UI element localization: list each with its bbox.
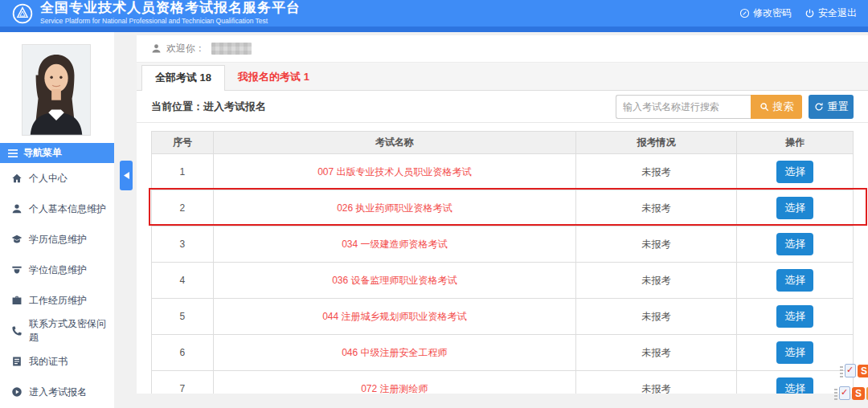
floating-toolbar-2: S [834, 386, 868, 400]
refresh-icon [814, 102, 824, 112]
column-header-status: 报考情况 [576, 132, 738, 153]
exam-status: 未报考 [576, 154, 738, 190]
row-number: 7 [152, 371, 214, 394]
search-button[interactable]: 搜索 [751, 95, 802, 119]
select-button[interactable]: 选择 [776, 197, 813, 219]
tab-my-registered-exams[interactable]: 我报名的考试 1 [225, 65, 322, 90]
note-check-icon[interactable] [839, 386, 850, 400]
sidebar-item-my-certificates[interactable]: 我的证书 [0, 346, 114, 377]
table-row: 3 034 一级建造师资格考试 未报考 选择 [152, 226, 853, 263]
exam-status: 未报考 [576, 371, 738, 394]
sidebar-item-contact-security[interactable]: 联系方式及密保问题 [0, 316, 114, 346]
column-header-exam-name: 考试名称 [214, 132, 576, 153]
user-id-photo [22, 44, 91, 136]
change-password-label: 修改密码 [753, 6, 792, 20]
change-password-link[interactable]: 修改密码 [739, 6, 792, 20]
sidebar-item-education-info[interactable]: 学历信息维护 [0, 224, 114, 255]
sidebar-item-degree-info[interactable]: 学位信息维护 [0, 255, 114, 285]
user-icon [11, 203, 23, 214]
graduation-cap-icon [11, 234, 23, 245]
sidebar-item-enter-exam-registration[interactable]: 进入考试报名 [0, 377, 114, 407]
sidebar-item-label: 个人基本信息维护 [29, 202, 106, 216]
column-header-operation: 操作 [737, 132, 853, 153]
tab-bar: 全部考试 18 我报名的考试 1 [137, 63, 868, 91]
reset-button-label: 重置 [828, 100, 849, 114]
user-small-icon [151, 43, 162, 54]
logout-link[interactable]: 安全退出 [805, 6, 857, 20]
sidebar-item-label: 个人中心 [29, 172, 68, 186]
nav-menu-header[interactable]: 导航菜单 [0, 143, 114, 163]
platform-logo-icon [11, 2, 34, 25]
phone-icon [11, 325, 23, 337]
exam-name-link[interactable]: 044 注册城乡规划师职业资格考试 [322, 310, 466, 324]
row-number: 4 [152, 263, 214, 298]
page-subtitle: Service Platform for National Profession… [40, 18, 301, 25]
exam-name-link[interactable]: 007 出版专业技术人员职业资格考试 [317, 165, 471, 179]
exam-table: 序号 考试名称 报考情况 操作 1 007 出版专业技术人员职业资格考试 未报考… [151, 131, 854, 394]
row-number: 6 [152, 335, 214, 370]
exam-name-link[interactable]: 072 注册测绘师 [361, 382, 428, 394]
logout-label: 安全退出 [818, 6, 857, 20]
certificate-icon [11, 356, 23, 367]
exam-status: 未报考 [576, 190, 738, 226]
sidebar-collapse-button[interactable] [120, 161, 133, 190]
exam-table-wrap: 序号 考试名称 报考情况 操作 1 007 出版专业技术人员职业资格考试 未报考… [137, 123, 868, 394]
sogou-s-icon[interactable]: S [852, 387, 865, 400]
reset-button[interactable]: 重置 [809, 95, 854, 119]
sidebar-menu: 个人中心 个人基本信息维护 学历信息维护 学位信息维护 工作经历维护 联系方式及… [0, 163, 114, 407]
sidebar-item-personal-center[interactable]: 个人中心 [0, 163, 114, 194]
exam-name-link[interactable]: 026 执业药师职业资格考试 [337, 202, 452, 215]
sogou-s-icon[interactable]: S [858, 365, 868, 377]
search-button-label: 搜索 [773, 100, 794, 114]
floating-toolbar-1: S [840, 364, 868, 377]
select-button[interactable]: 选择 [776, 269, 813, 292]
exam-name-link[interactable]: 046 中级注册安全工程师 [342, 346, 447, 360]
select-button[interactable]: 选择 [776, 161, 813, 183]
select-button[interactable]: 选择 [776, 233, 813, 255]
drag-handle-icon[interactable] [834, 387, 837, 400]
select-button[interactable]: 选择 [776, 341, 813, 364]
portrait-image [23, 45, 90, 135]
sidebar-item-label: 工作经历维护 [29, 294, 87, 308]
sidebar-item-label: 进入考试报名 [29, 386, 87, 399]
search-input[interactable] [616, 95, 751, 119]
exam-status: 未报考 [576, 226, 738, 262]
exam-name-link[interactable]: 034 一级建造师资格考试 [342, 238, 447, 251]
note-check-icon[interactable] [845, 364, 856, 377]
sidebar-item-label: 学历信息维护 [29, 233, 87, 247]
chevron-left-icon [124, 172, 129, 179]
sidebar-item-label: 学位信息维护 [29, 263, 87, 277]
select-button[interactable]: 选择 [776, 305, 813, 328]
select-button[interactable]: 选择 [776, 377, 813, 394]
sidebar-item-basic-info[interactable]: 个人基本信息维护 [0, 194, 114, 224]
home-icon [11, 173, 23, 184]
app-header: 全国专业技术人员资格考试报名服务平台 Service Platform for … [0, 0, 868, 27]
user-name-redacted [211, 43, 252, 55]
drag-handle-icon[interactable] [840, 365, 843, 377]
sidebar-item-label: 联系方式及密保问题 [29, 317, 114, 345]
page-title: 全国专业技术人员资格考试报名服务平台 [40, 1, 301, 16]
row-number: 1 [152, 154, 214, 190]
sidebar-item-label: 我的证书 [29, 355, 68, 369]
tab-all-exams[interactable]: 全部考试 18 [141, 65, 225, 91]
nav-menu-label: 导航菜单 [23, 146, 62, 160]
row-number: 2 [152, 190, 214, 226]
table-row: 1 007 出版专业技术人员职业资格考试 未报考 选择 [152, 154, 853, 190]
exam-status: 未报考 [576, 299, 738, 334]
table-row: 2 026 执业药师职业资格考试 未报考 选择 [152, 190, 853, 226]
column-header-no: 序号 [152, 132, 214, 153]
exam-status: 未报考 [576, 335, 738, 370]
breadcrumb-row: 当前位置：进入考试报名 搜索 重置 [137, 91, 868, 123]
search-icon [760, 102, 769, 112]
table-row: 5 044 注册城乡规划师职业资格考试 未报考 选择 [152, 299, 853, 335]
table-row: 4 036 设备监理师职业资格考试 未报考 选择 [152, 263, 853, 299]
welcome-bar: 欢迎你： [137, 35, 868, 63]
exam-name-link[interactable]: 036 设备监理师职业资格考试 [332, 274, 457, 288]
briefcase-icon [11, 295, 23, 306]
sidebar-item-work-experience[interactable]: 工作经历维护 [0, 285, 114, 316]
table-row: 6 046 中级注册安全工程师 未报考 选择 [152, 335, 853, 371]
header-accent-stripe [0, 27, 868, 32]
row-number: 3 [152, 226, 214, 262]
hamburger-icon [8, 149, 18, 158]
main-content: 欢迎你： 全部考试 18 我报名的考试 1 当前位置：进入考试报名 搜索 重置 … [137, 35, 868, 394]
